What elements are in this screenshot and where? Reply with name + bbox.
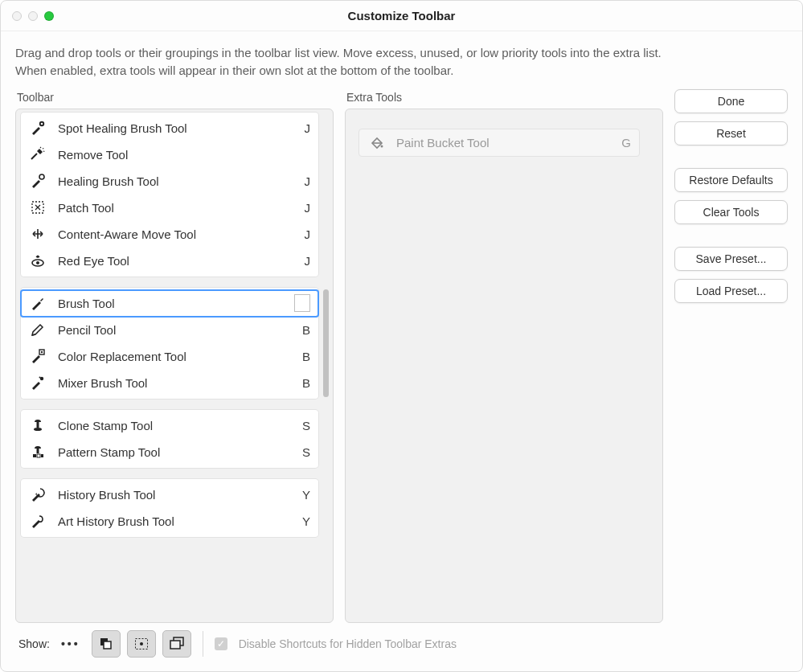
healing-brush-icon bbox=[29, 172, 47, 190]
svg-point-5 bbox=[36, 261, 39, 264]
tool-label: Art History Brush Tool bbox=[58, 514, 297, 528]
minimize-window-button[interactable] bbox=[28, 11, 38, 21]
tool-row[interactable]: Pattern Stamp ToolS bbox=[21, 439, 318, 465]
tool-row[interactable]: Brush Tool bbox=[21, 290, 318, 317]
tool-row[interactable]: Content-Aware Move ToolJ bbox=[21, 221, 318, 248]
tool-row[interactable]: Clone Stamp ToolS bbox=[21, 412, 318, 439]
reset-button[interactable]: Reset bbox=[674, 121, 788, 145]
quick-mask-toggle[interactable] bbox=[127, 630, 156, 658]
tool-row[interactable]: Patch ToolJ bbox=[21, 195, 318, 221]
svg-point-20 bbox=[140, 642, 143, 645]
svg-point-2 bbox=[39, 174, 44, 179]
svg-point-7 bbox=[41, 351, 43, 353]
action-buttons: Done Reset Restore Defaults Clear Tools … bbox=[674, 89, 788, 624]
extras-column-label: Extra Tools bbox=[346, 91, 663, 104]
tool-label: Brush Tool bbox=[58, 297, 291, 310]
tool-row[interactable]: History Brush ToolY bbox=[21, 481, 318, 508]
tool-row[interactable]: Remove Tool bbox=[21, 141, 318, 168]
tool-row[interactable]: Art History Brush ToolY bbox=[21, 508, 318, 535]
clone-stamp-icon bbox=[29, 416, 47, 434]
maximize-window-button[interactable] bbox=[44, 11, 54, 21]
save-preset-button[interactable]: Save Preset... bbox=[674, 247, 788, 271]
restore-defaults-button[interactable]: Restore Defaults bbox=[674, 168, 788, 192]
svg-point-11 bbox=[34, 428, 42, 431]
traffic-lights bbox=[12, 11, 54, 21]
toolbar-listbox[interactable]: Spot Healing Brush ToolJRemove ToolHeali… bbox=[15, 109, 334, 624]
art-history-brush-icon bbox=[29, 512, 47, 530]
svg-rect-12 bbox=[37, 449, 39, 453]
extra-tool-row[interactable]: Paint Bucket ToolG bbox=[359, 129, 639, 156]
tool-label: Red Eye Tool bbox=[58, 254, 297, 268]
pencil-icon bbox=[29, 321, 47, 338]
tool-row[interactable]: Healing Brush ToolJ bbox=[21, 168, 318, 195]
brush-icon bbox=[29, 294, 47, 312]
history-brush-icon bbox=[29, 486, 47, 503]
screen-mode-toggle[interactable] bbox=[162, 630, 191, 658]
disable-shortcuts-checkbox[interactable]: ✓ bbox=[215, 637, 227, 650]
shortcut-key: J bbox=[297, 227, 310, 241]
shortcut-key: S bbox=[297, 419, 310, 432]
toolbar-column-label: Toolbar bbox=[17, 91, 334, 104]
svg-rect-22 bbox=[170, 641, 180, 649]
shortcut-key: J bbox=[297, 121, 310, 135]
shortcut-key: G bbox=[618, 136, 631, 150]
color-replacement-icon bbox=[29, 347, 47, 365]
tool-label: Remove Tool bbox=[58, 148, 297, 162]
shortcut-key: B bbox=[297, 350, 310, 363]
svg-rect-15 bbox=[41, 454, 43, 457]
clear-tools-button[interactable]: Clear Tools bbox=[674, 200, 788, 224]
description-text: Drag and drop tools or their groupings i… bbox=[15, 44, 666, 80]
shortcut-key: S bbox=[297, 445, 310, 459]
spot-healing-brush-icon bbox=[29, 119, 47, 137]
disable-shortcuts-label: Disable Shortcuts for Hidden Toolbar Ext… bbox=[239, 637, 457, 650]
scrollbar[interactable] bbox=[323, 114, 329, 618]
shortcut-input[interactable] bbox=[294, 294, 310, 312]
svg-rect-10 bbox=[37, 422, 39, 428]
extras-listbox[interactable]: Paint Bucket ToolG bbox=[345, 109, 663, 624]
tool-row[interactable]: Pencil ToolB bbox=[21, 317, 318, 343]
tool-group[interactable]: History Brush ToolYArt History Brush Too… bbox=[21, 479, 318, 537]
tool-label: Pattern Stamp Tool bbox=[58, 445, 297, 459]
tool-row[interactable]: Color Replacement ToolB bbox=[21, 343, 318, 370]
tool-label: Healing Brush Tool bbox=[58, 174, 297, 188]
tool-label: Mixer Brush Tool bbox=[58, 376, 297, 390]
close-window-button[interactable] bbox=[12, 11, 22, 21]
tool-label: Color Replacement Tool bbox=[58, 350, 297, 363]
titlebar: Customize Toolbar bbox=[1, 1, 802, 31]
content-aware-move-icon bbox=[29, 225, 47, 243]
tool-group[interactable]: Clone Stamp ToolSPattern Stamp ToolS bbox=[21, 410, 318, 468]
svg-point-9 bbox=[39, 377, 41, 379]
separator bbox=[203, 631, 203, 657]
extra-tools-menu-icon[interactable]: ••• bbox=[61, 637, 80, 650]
done-button[interactable]: Done bbox=[674, 89, 788, 113]
remove-tool-icon bbox=[29, 145, 47, 163]
svg-rect-13 bbox=[33, 454, 36, 457]
extras-column: Extra Tools Paint Bucket ToolG bbox=[345, 89, 663, 624]
tool-label: Content-Aware Move Tool bbox=[58, 227, 297, 241]
scrollbar-thumb[interactable] bbox=[323, 289, 329, 397]
load-preset-button[interactable]: Load Preset... bbox=[674, 279, 788, 303]
tool-label: Paint Bucket Tool bbox=[396, 136, 618, 150]
shortcut-key: Y bbox=[297, 514, 310, 528]
shortcut-key: J bbox=[297, 254, 310, 268]
shortcut-key: B bbox=[297, 376, 310, 390]
tool-label: Spot Healing Brush Tool bbox=[58, 121, 297, 135]
tool-row[interactable]: Spot Healing Brush ToolJ bbox=[21, 115, 318, 141]
tool-row[interactable]: Mixer Brush ToolB bbox=[21, 370, 318, 396]
tool-group[interactable]: Brush ToolPencil ToolBColor Replacement … bbox=[21, 288, 318, 399]
mixer-brush-icon bbox=[29, 374, 47, 391]
tool-row[interactable]: Red Eye ToolJ bbox=[21, 248, 318, 274]
tool-label: Clone Stamp Tool bbox=[58, 419, 297, 432]
tool-label: Pencil Tool bbox=[58, 323, 297, 337]
shortcut-key: Y bbox=[297, 488, 310, 502]
svg-point-1 bbox=[41, 123, 43, 125]
toolbar-column: Toolbar Spot Healing Brush ToolJRemove T… bbox=[15, 89, 334, 624]
patch-tool-icon bbox=[29, 199, 47, 216]
content-area: Drag and drop tools or their groupings i… bbox=[1, 31, 802, 671]
tool-group[interactable]: Spot Healing Brush ToolJRemove ToolHeali… bbox=[21, 113, 318, 277]
shortcut-key: J bbox=[297, 174, 310, 188]
show-label: Show: bbox=[18, 637, 50, 650]
edit-toolbar-toggle[interactable] bbox=[92, 630, 121, 658]
extra-tool-group[interactable]: Paint Bucket ToolG bbox=[358, 129, 640, 157]
svg-rect-18 bbox=[104, 641, 111, 649]
